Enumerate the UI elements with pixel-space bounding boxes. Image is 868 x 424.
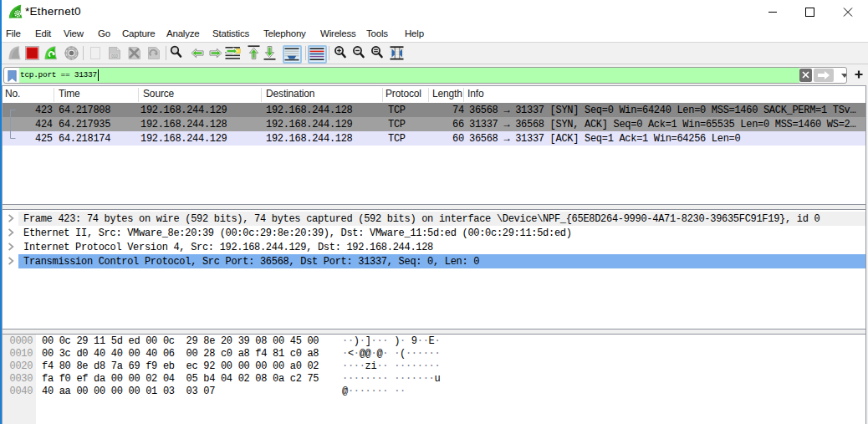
svg-text:010: 010 [111, 54, 118, 59]
